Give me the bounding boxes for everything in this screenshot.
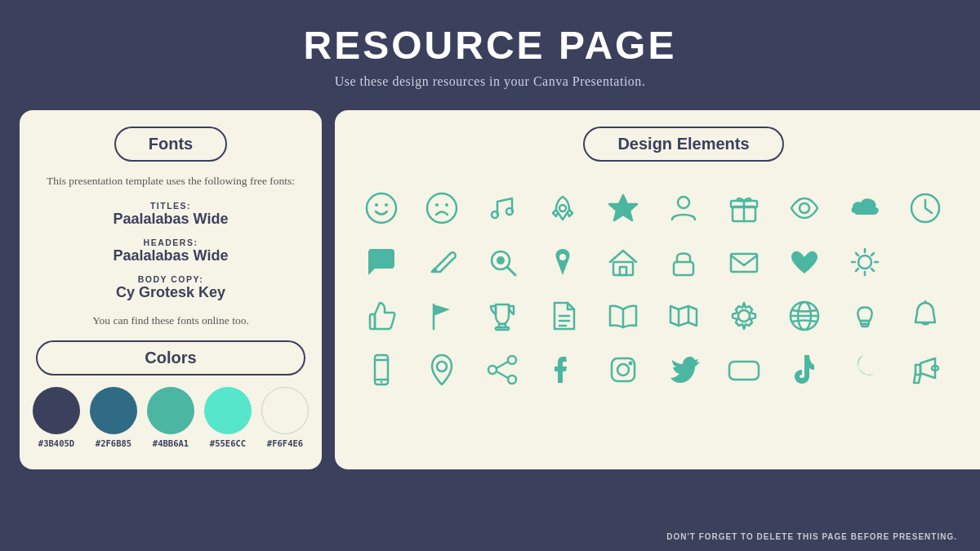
svg-point-1 bbox=[375, 203, 378, 207]
share-icon bbox=[475, 346, 529, 393]
swatch-2: #2F6B85 bbox=[90, 387, 137, 448]
music-icon bbox=[475, 184, 529, 232]
font-entry-titles: TITLES: Paalalabas Wide bbox=[114, 201, 229, 228]
envelope-icon bbox=[717, 238, 771, 286]
svg-point-16 bbox=[497, 256, 505, 264]
chat-icon bbox=[354, 238, 408, 286]
page-title: RESOURCE PAGE bbox=[0, 0, 980, 68]
pin-icon bbox=[536, 238, 590, 286]
left-panel: Fonts This presentation template uses th… bbox=[20, 110, 322, 469]
empty-5 bbox=[959, 346, 980, 393]
gift-icon bbox=[717, 184, 771, 232]
swatch-1: #3B405D bbox=[33, 387, 80, 448]
svg-line-30 bbox=[871, 269, 874, 271]
empty-2 bbox=[898, 238, 952, 286]
fonts-find: You can find these fonts online too. bbox=[92, 314, 249, 327]
svg-point-55 bbox=[437, 362, 447, 371]
fonts-header: Fonts bbox=[114, 127, 227, 162]
svg-rect-20 bbox=[620, 267, 626, 275]
twitter-icon bbox=[657, 346, 710, 393]
facebook-icon bbox=[536, 346, 590, 393]
color-swatches: #3B405D #2F6B85 #4BB6A1 #55E6CC #F6F4E6 bbox=[36, 387, 305, 448]
search-icon bbox=[475, 238, 529, 286]
swatch-3: #4BB6A1 bbox=[147, 387, 194, 448]
smile-icon bbox=[354, 184, 408, 232]
font-entry-body: BODY COPY: Cy Grotesk Key bbox=[116, 274, 225, 301]
map-icon bbox=[657, 292, 710, 340]
svg-line-32 bbox=[856, 269, 858, 271]
svg-rect-36 bbox=[496, 327, 509, 330]
rocket-icon bbox=[536, 184, 590, 232]
svg-rect-49 bbox=[862, 324, 868, 327]
pencil-icon bbox=[415, 238, 469, 286]
globe-icon bbox=[777, 292, 831, 340]
svg-point-5 bbox=[445, 203, 448, 207]
design-elements-header: Design Elements bbox=[583, 127, 783, 162]
phone-icon bbox=[354, 346, 408, 393]
lightbulb-icon bbox=[838, 292, 892, 340]
svg-point-44 bbox=[738, 310, 750, 322]
sad-face-icon bbox=[415, 184, 469, 232]
svg-point-56 bbox=[488, 366, 497, 374]
heart-icon bbox=[777, 238, 831, 286]
tiktok-icon bbox=[777, 346, 831, 393]
flag-icon bbox=[415, 292, 469, 340]
svg-point-4 bbox=[435, 203, 439, 207]
colors-section: Colors #3B405D #2F6B85 #4BB6A1 #55E6CC bbox=[36, 340, 305, 453]
settings-icon bbox=[717, 292, 771, 340]
svg-line-60 bbox=[497, 371, 508, 378]
svg-point-58 bbox=[508, 375, 516, 384]
svg-point-18 bbox=[559, 254, 566, 260]
empty-3 bbox=[959, 238, 980, 286]
swatch-color-1 bbox=[33, 387, 80, 434]
svg-point-7 bbox=[506, 208, 513, 215]
svg-point-57 bbox=[508, 356, 516, 364]
svg-marker-9 bbox=[609, 195, 637, 220]
svg-point-24 bbox=[858, 256, 871, 269]
icons-grid bbox=[354, 184, 980, 393]
svg-point-10 bbox=[678, 197, 689, 208]
thumbs-up-icon bbox=[354, 292, 408, 340]
svg-point-6 bbox=[492, 211, 498, 218]
svg-point-8 bbox=[559, 205, 566, 211]
swatch-color-3 bbox=[147, 387, 194, 434]
clock-icon bbox=[898, 184, 952, 232]
svg-point-22 bbox=[681, 266, 686, 271]
home-icon bbox=[596, 238, 650, 286]
swatch-color-2 bbox=[90, 387, 137, 434]
svg-rect-33 bbox=[370, 314, 375, 329]
svg-point-13 bbox=[800, 203, 809, 213]
swatch-color-4 bbox=[204, 387, 252, 434]
svg-point-63 bbox=[629, 362, 633, 366]
svg-line-59 bbox=[497, 362, 508, 368]
swatch-5: #F6F4E6 bbox=[261, 387, 309, 448]
instagram-icon bbox=[596, 346, 650, 393]
svg-point-54 bbox=[381, 381, 383, 384]
empty-4 bbox=[959, 292, 980, 340]
svg-rect-19 bbox=[613, 262, 633, 275]
star-icon bbox=[596, 184, 650, 232]
svg-point-0 bbox=[367, 193, 396, 223]
moon-icon bbox=[838, 346, 892, 393]
swatch-color-5 bbox=[261, 387, 309, 434]
svg-point-3 bbox=[427, 193, 457, 223]
svg-marker-41 bbox=[670, 306, 697, 326]
swatch-4: #55E6CC bbox=[204, 387, 252, 448]
document-icon bbox=[536, 292, 590, 340]
open-book-icon bbox=[596, 292, 650, 340]
svg-point-2 bbox=[385, 203, 388, 207]
trophy-icon bbox=[475, 292, 529, 340]
youtube-icon bbox=[717, 346, 771, 393]
footer-note: DON'T FORGET TO DELETE THIS PAGE BEFORE … bbox=[666, 532, 957, 541]
eye-icon bbox=[777, 184, 831, 232]
location-pin-icon bbox=[415, 346, 469, 393]
svg-line-31 bbox=[871, 253, 874, 256]
font-entry-headers: HEADERS: Paalalabas Wide bbox=[114, 238, 229, 264]
page-subtitle: Use these design resources in your Canva… bbox=[0, 74, 980, 89]
bell-icon bbox=[898, 292, 952, 340]
right-panel: Design Elements bbox=[335, 110, 980, 469]
svg-marker-65 bbox=[741, 365, 752, 376]
svg-line-29 bbox=[856, 253, 858, 256]
lock-icon bbox=[657, 238, 710, 286]
sun-icon bbox=[838, 238, 892, 286]
